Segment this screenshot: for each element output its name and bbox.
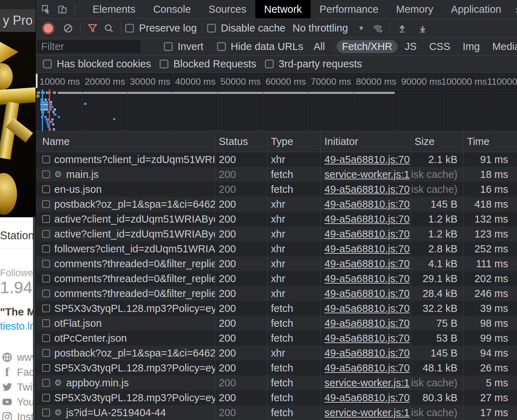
request-row[interactable]: ⚙ comments?threaded=0&filter_replies=… 2… — [36, 271, 517, 286]
row-checkbox[interactable] — [42, 364, 50, 372]
row-checkbox[interactable] — [42, 304, 50, 312]
row-checkbox[interactable] — [42, 379, 50, 387]
tab-application[interactable]: Application — [442, 0, 510, 18]
export-har-icon[interactable] — [415, 21, 431, 36]
tab-console[interactable]: Console — [144, 0, 200, 18]
request-row[interactable]: ⚙ SP5X3v3tyqPL.128.mp3?Policy=eyJT… 200 … — [36, 360, 517, 375]
request-row[interactable]: ⚙ SP5X3v3tyqPL.128.mp3?Policy=eyJT… 200 … — [36, 301, 517, 316]
has-blocked-cookies-checkbox[interactable] — [43, 60, 52, 68]
row-checkbox[interactable] — [42, 170, 50, 178]
filter-type-fetch-xhr[interactable]: Fetch/XHR — [337, 40, 398, 53]
third-party-requests-checkbox[interactable] — [265, 60, 274, 68]
initiator-link[interactable]: service-worker.js:1 — [324, 407, 410, 419]
record-button[interactable] — [44, 24, 53, 33]
filter-type-all[interactable]: All — [308, 40, 330, 53]
column-header-type[interactable]: Type — [267, 131, 321, 152]
initiator-link[interactable]: 49-a5a68810.js:70 — [324, 318, 410, 329]
disable-cache-checkbox[interactable] — [207, 24, 216, 33]
social-link-twitter[interactable]: Twitte — [1, 380, 35, 394]
row-checkbox[interactable] — [42, 156, 50, 163]
import-har-icon[interactable] — [394, 21, 410, 36]
tab-performance[interactable]: Performance — [311, 0, 387, 18]
request-row[interactable]: ⚙ active?client_id=zdUqm51WRIAByd0l… 200… — [36, 226, 517, 241]
tab-network[interactable]: Network — [255, 0, 311, 18]
throttling-select[interactable]: No throttling ▼ — [293, 22, 365, 34]
social-link-youtube[interactable]: YouTu — [1, 394, 35, 409]
tab-elements[interactable]: Elements — [84, 0, 144, 18]
invert-checkbox[interactable] — [164, 42, 173, 51]
row-checkbox[interactable] — [42, 185, 50, 193]
column-header-initiator[interactable]: Initiator — [321, 131, 411, 152]
request-row[interactable]: ⚙ otPcCenter.json 200 fetch 49-a5a68810.… — [36, 331, 517, 346]
has-blocked-cookies-option[interactable]: Has blocked cookies — [43, 58, 151, 70]
blocked-requests-option[interactable]: Blocked Requests — [160, 58, 256, 70]
social-link-website[interactable]: www. — [1, 350, 35, 365]
initiator-link[interactable]: 49-a5a68810.js:70 — [324, 273, 410, 285]
preserve-log-checkbox[interactable] — [125, 24, 134, 33]
network-conditions-icon[interactable] — [369, 21, 386, 36]
timeline-overview[interactable]: 10000 ms20000 ms30000 ms40000 ms50000 ms… — [36, 73, 517, 131]
search-icon[interactable] — [101, 21, 117, 36]
row-checkbox[interactable] — [42, 230, 50, 238]
filter-type-js[interactable]: JS — [399, 40, 422, 53]
request-row[interactable]: ⚙ postback?oz_pl=1&spa=1&ci=646297… 200 … — [36, 346, 517, 360]
request-row[interactable]: ⚙ otFlat.json 200 fetch 49-a5a68810.js:7… — [36, 316, 517, 331]
row-checkbox[interactable] — [42, 290, 50, 297]
row-checkbox[interactable] — [42, 215, 50, 223]
row-checkbox[interactable] — [42, 394, 50, 402]
filter-input[interactable] — [37, 40, 140, 53]
row-checkbox[interactable] — [42, 319, 50, 327]
request-row[interactable]: ⚙ followers?client_id=zdUqm51WRIABy… 200… — [36, 241, 517, 256]
third-party-requests-option[interactable]: 3rd-party requests — [265, 58, 362, 70]
tab-memory[interactable]: Memory — [387, 0, 442, 18]
initiator-link[interactable]: 49-a5a68810.js:70 — [324, 362, 410, 374]
social-link-instagram[interactable]: Instag — [1, 409, 35, 420]
filter-type-media[interactable]: Media — [487, 40, 517, 53]
row-checkbox[interactable] — [42, 349, 50, 357]
request-row[interactable]: ⚙ postback?oz_pl=1&spa=1&ci=646297… 200 … — [36, 197, 517, 212]
row-checkbox[interactable] — [42, 334, 50, 342]
waterfall-overview[interactable] — [36, 89, 517, 131]
promo-link[interactable]: tiesto.lnk — [0, 320, 35, 332]
disable-cache-option[interactable]: Disable cache — [207, 22, 285, 34]
initiator-link[interactable]: 49-a5a68810.js:70 — [324, 347, 410, 359]
inspect-element-icon[interactable] — [38, 2, 54, 17]
request-row[interactable]: ⚙ comments?threaded=0&filter_replies=… 2… — [36, 286, 517, 301]
hide-data-urls-option[interactable]: Hide data URLs — [217, 41, 304, 52]
initiator-link[interactable]: service-worker.js:1 — [324, 377, 410, 389]
initiator-link[interactable]: 49-a5a68810.js:70 — [324, 303, 410, 314]
filter-type-css[interactable]: CSS — [424, 40, 456, 53]
initiator-link[interactable]: 49-a5a68810.js:70 — [324, 213, 410, 225]
row-checkbox[interactable] — [42, 200, 50, 208]
initiator-link[interactable]: 49-a5a68810.js:70 — [324, 332, 410, 344]
initiator-link[interactable]: 49-a5a68810.js:70 — [324, 288, 410, 299]
row-checkbox[interactable] — [42, 275, 50, 282]
invert-option[interactable]: Invert — [164, 41, 204, 52]
device-toolbar-icon[interactable] — [54, 2, 71, 17]
row-checkbox[interactable] — [42, 260, 50, 268]
request-row[interactable]: ⚙ SP5X3v3tyqPL.128.mp3?Policy=eyJT… 200 … — [36, 390, 517, 405]
initiator-link[interactable]: 49-a5a68810.js:70 — [324, 258, 410, 270]
clear-icon[interactable] — [60, 21, 76, 36]
column-header-status[interactable]: Status — [215, 131, 267, 152]
request-row[interactable]: ⚙ en-us.json 200 fetch 49-a5a68810.js:70… — [36, 182, 517, 197]
initiator-link[interactable]: 49-a5a68810.js:70 — [324, 228, 410, 240]
page-scrollbar[interactable] — [33, 217, 35, 420]
more-tabs-icon[interactable]: » — [515, 2, 517, 16]
row-checkbox[interactable] — [42, 409, 50, 416]
blocked-requests-checkbox[interactable] — [160, 60, 168, 68]
tab-sources[interactable]: Sources — [200, 0, 255, 18]
initiator-link[interactable]: 49-a5a68810.js:70 — [324, 243, 410, 255]
preserve-log-option[interactable]: Preserve log — [125, 22, 197, 34]
request-row[interactable]: ⚙ comments?client_id=zdUqm51WRIAB… 200 x… — [36, 152, 517, 167]
request-row[interactable]: ⚙ active?client_id=zdUqm51WRIAByd0l… 200… — [36, 212, 517, 226]
initiator-link[interactable]: service-worker.js:1 — [324, 169, 410, 180]
hide-data-urls-checkbox[interactable] — [217, 42, 226, 51]
initiator-link[interactable]: 49-a5a68810.js:70 — [324, 392, 410, 404]
column-header-time[interactable]: Time — [463, 131, 517, 152]
filter-icon[interactable] — [84, 21, 101, 36]
request-row[interactable]: ⚙ js?id=UA-2519404-44 200 fetch service-… — [36, 405, 517, 420]
row-checkbox[interactable] — [42, 245, 50, 253]
column-header-name[interactable]: Name — [36, 131, 215, 152]
initiator-link[interactable]: 49-a5a68810.js:70 — [324, 154, 410, 166]
